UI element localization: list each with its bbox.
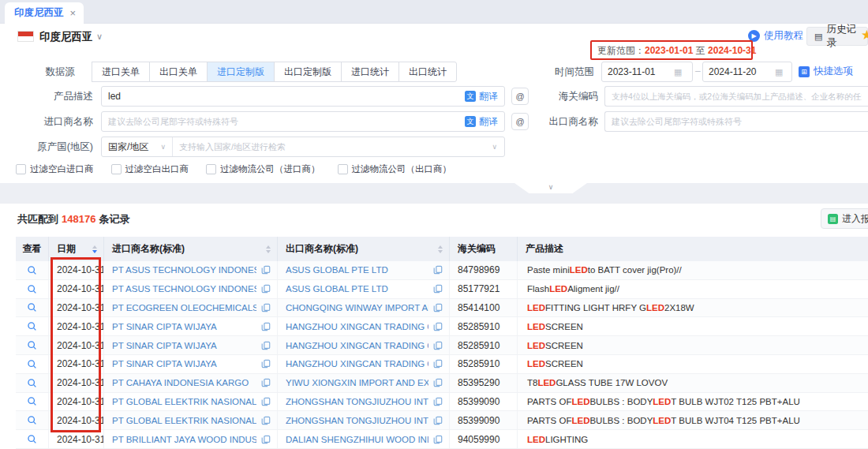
view-record-button[interactable] xyxy=(16,261,49,279)
origin-country-control[interactable]: 国家/地区 ∨ 支持输入国家/地区进行检索 ∨ xyxy=(101,137,505,157)
importer-name-link[interactable]: PT GLOBAL ELEKTRIK NASIONAL xyxy=(112,416,256,425)
copy-icon[interactable] xyxy=(261,303,271,312)
importer-name-link[interactable]: PT ASUS TECHNOLOGY INDONESIA BA... xyxy=(112,284,256,294)
filter-checkbox[interactable]: 过滤空白进口商 xyxy=(16,163,94,175)
copy-icon[interactable] xyxy=(261,416,271,425)
update-end-date: 2024-10-31 xyxy=(708,45,756,56)
copy-icon[interactable] xyxy=(261,397,271,406)
chevron-down-icon[interactable]: ∨ xyxy=(96,32,103,42)
hs-code-input[interactable] xyxy=(605,91,868,102)
hs-code-cell: 85285910 xyxy=(450,336,518,354)
origin-type-select[interactable]: 国家/地区 ∨ xyxy=(102,137,173,156)
importer-name-input[interactable] xyxy=(102,116,465,127)
importer-name-link[interactable]: PT SINAR CIPTA WIJAYA xyxy=(112,341,256,350)
exporter-name-link[interactable]: DALIAN SHENGZHIHUI WOOD INDUST... xyxy=(286,435,428,444)
exporter-name-link[interactable]: HANGZHOU XINGCAN TRADING CO LTD xyxy=(286,322,428,331)
checkbox-box[interactable] xyxy=(16,164,26,174)
importer-name-link[interactable]: PT CAHAYA INDONESIA KARGO xyxy=(112,378,256,387)
copy-icon[interactable] xyxy=(433,265,443,275)
copy-icon[interactable] xyxy=(433,322,443,331)
importer-name-link[interactable]: PT BRILLIANT JAYA WOOD INDUSTRY xyxy=(112,435,256,444)
sort-icon[interactable] xyxy=(266,245,271,253)
exporter-name-link[interactable]: ASUS GLOBAL PTE LTD xyxy=(286,265,428,275)
country-name[interactable]: 印度尼西亚 xyxy=(39,30,93,44)
checkbox-box[interactable] xyxy=(206,164,216,174)
history-button[interactable]: ▤ 历史记录 xyxy=(806,27,868,46)
data-source-option[interactable]: 进口定制版 xyxy=(207,62,275,82)
exporter-name-link[interactable]: YIWU XIONGXIN IMPORT AND EXPORT... xyxy=(286,378,428,387)
copy-icon[interactable] xyxy=(261,341,271,350)
copy-icon[interactable] xyxy=(433,303,443,312)
data-source-option[interactable]: 出口定制版 xyxy=(274,62,342,82)
close-icon[interactable]: × xyxy=(70,8,77,18)
view-record-button[interactable] xyxy=(16,299,49,317)
data-source-option[interactable]: 进口关单 xyxy=(92,62,150,82)
data-source-option[interactable]: 出口统计 xyxy=(398,62,457,82)
end-date-input[interactable]: ▦ xyxy=(702,62,792,82)
table-row: 2024-10-31 PT ECOGREEN OLEOCHEMICALS CHO… xyxy=(16,299,868,318)
copy-icon[interactable] xyxy=(433,416,443,425)
filter-checkbox[interactable]: 过滤物流公司（出口商） xyxy=(338,163,452,175)
collapse-form-handle[interactable]: ∨ xyxy=(514,183,587,193)
view-record-button[interactable] xyxy=(16,430,49,448)
copy-icon[interactable] xyxy=(261,435,271,444)
quick-options-link[interactable]: ⊞ 快捷选项 xyxy=(799,65,853,78)
importer-name-link[interactable]: PT SINAR CIPTA WIJAYA xyxy=(112,322,256,331)
copy-icon[interactable] xyxy=(261,359,271,369)
view-record-button[interactable] xyxy=(16,355,49,373)
filter-checkbox[interactable]: 过滤物流公司（进口商） xyxy=(206,163,320,175)
exporter-name-link[interactable]: HANGZHOU XINGCAN TRADING CO LTD xyxy=(286,341,428,350)
view-record-button[interactable] xyxy=(16,280,49,298)
start-date-field[interactable] xyxy=(608,66,669,77)
origin-search-placeholder[interactable]: 支持输入国家/地区进行检索 xyxy=(173,141,492,153)
view-record-button[interactable] xyxy=(16,411,49,429)
data-source-option[interactable]: 进口统计 xyxy=(341,62,399,82)
start-date-input[interactable]: ▦ xyxy=(601,62,693,82)
checkbox-box[interactable] xyxy=(111,164,122,174)
filter-checkbox[interactable]: 过滤空白出口商 xyxy=(111,163,189,175)
copy-icon[interactable] xyxy=(433,397,443,406)
view-record-button[interactable] xyxy=(16,374,49,392)
product-desc-input[interactable] xyxy=(102,91,465,102)
sort-icon[interactable] xyxy=(438,245,443,253)
data-source-option[interactable]: 出口关单 xyxy=(149,62,208,82)
copy-icon[interactable] xyxy=(261,284,271,294)
copy-icon[interactable] xyxy=(433,359,443,369)
exporter-name-link[interactable]: CHONGQING WINWAY IMPORT AND E... xyxy=(286,303,428,312)
importer-name-link[interactable]: PT ECOGREEN OLEOCHEMICALS xyxy=(112,303,256,312)
tab-indonesia[interactable]: 印度尼西亚 × xyxy=(5,2,84,24)
exporter-name-link[interactable]: ZHONGSHAN TONGJIUZHOU INTERNA... xyxy=(286,416,428,425)
table-row: 2024-10-31 PT GLOBAL ELEKTRIK NASIONAL Z… xyxy=(16,411,868,430)
exporter-name-link[interactable]: ASUS GLOBAL PTE LTD xyxy=(286,284,428,294)
column-header-date[interactable]: 日期 xyxy=(49,237,104,261)
translate-button[interactable]: 文 翻译 xyxy=(465,115,504,129)
view-record-button[interactable] xyxy=(16,393,49,411)
column-header-exporter[interactable]: 出口商名称(标准) xyxy=(278,237,450,261)
translate-button[interactable]: 文 翻译 xyxy=(465,90,504,103)
view-record-button[interactable] xyxy=(16,317,49,335)
checkbox-box[interactable] xyxy=(338,164,348,174)
product-desc-label: 产品描述 xyxy=(0,90,93,103)
exporter-cell: YIWU XIONGXIN IMPORT AND EXPORT... xyxy=(278,374,450,392)
exporter-cell: HANGZHOU XINGCAN TRADING CO LTD xyxy=(278,317,450,335)
exporter-name-link[interactable]: HANGZHOU XINGCAN TRADING CO LTD xyxy=(286,359,428,369)
view-record-button[interactable] xyxy=(16,336,49,354)
column-header-importer[interactable]: 进口商名称(标准) xyxy=(104,237,278,261)
end-date-field[interactable] xyxy=(709,66,770,77)
copy-icon[interactable] xyxy=(433,341,443,350)
tutorial-link[interactable]: ▶ 使用教程 xyxy=(748,29,803,43)
enter-report-button[interactable]: ▤ 进入报告 xyxy=(821,208,868,229)
copy-icon[interactable] xyxy=(433,284,443,294)
copy-icon[interactable] xyxy=(261,322,271,331)
copy-icon[interactable] xyxy=(261,378,271,387)
importer-name-link[interactable]: PT GLOBAL ELEKTRIK NASIONAL xyxy=(112,397,256,406)
exporter-name-input[interactable] xyxy=(605,116,868,127)
exporter-name-link[interactable]: ZHONGSHAN TONGJIUZHOU INTERNA... xyxy=(286,397,428,406)
copy-icon[interactable] xyxy=(261,265,271,275)
importer-name-link[interactable]: PT SINAR CIPTA WIJAYA xyxy=(112,359,256,369)
sort-icon[interactable] xyxy=(92,245,97,253)
copy-icon[interactable] xyxy=(433,435,443,444)
importer-name-link[interactable]: PT ASUS TECHNOLOGY INDONESIA BA... xyxy=(112,265,256,275)
copy-icon[interactable] xyxy=(433,378,443,387)
medal-icon[interactable]: ★ xyxy=(861,27,868,43)
